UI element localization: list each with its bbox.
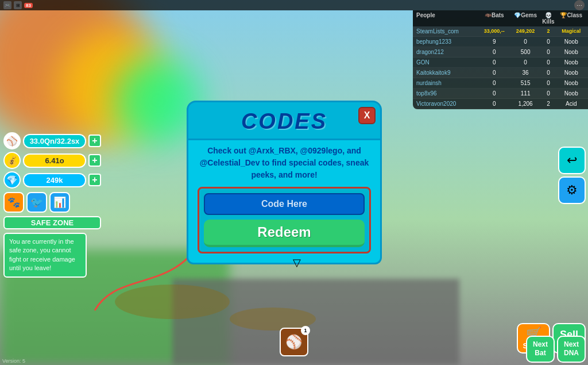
next-dna-button[interactable]: NextDNA: [557, 336, 586, 363]
back-button[interactable]: ↩: [558, 147, 586, 174]
diamond-icon: 💎: [3, 171, 21, 189]
lb-cell-6-4: Noob: [558, 90, 585, 97]
redeem-button[interactable]: Redeem: [204, 220, 365, 247]
left-stats-panel: ⚾ 33.0Qn/32.2sx + 💰 6.41o + 💎 249k + 🐾 🐦…: [3, 132, 101, 278]
lb-cell-4-1: 0: [478, 70, 511, 76]
bat-count-badge: 1: [301, 326, 310, 335]
table-row: Victoravon202001,2062Acid: [413, 99, 588, 109]
lb-cell-4-4: Noob: [558, 70, 585, 76]
leaderboard-panel: People🦇Bats💎Gems💀Kills🏆Class SteamLists_…: [413, 10, 588, 109]
right-action-buttons: ↩ ⚙: [558, 147, 586, 204]
lb-cell-0-4: Magical: [558, 28, 585, 34]
top-bar: 🎮 ⊞ 83 ⋯: [0, 0, 588, 10]
lb-cell-4-3: 0: [540, 70, 556, 76]
redeem-area: Redeem: [198, 187, 371, 253]
action-buttons-row: 🐾 🐦 📊: [3, 192, 101, 213]
lb-cell-0-2: 249,202: [512, 28, 539, 34]
table-row: bephung1233900Noob: [413, 37, 588, 47]
lb-cell-3-0: GON: [416, 59, 477, 66]
bat-icon-image[interactable]: ⚾ 1: [280, 328, 308, 356]
lb-col-header-1: 🦇Bats: [478, 12, 511, 25]
lb-cell-4-0: Kaitokkaitok9: [416, 70, 477, 76]
leaderboard-header: People🦇Bats💎Gems💀Kills🏆Class: [413, 10, 588, 26]
table-row: nurdainsh05150Noob: [413, 78, 588, 89]
table-row: dragon21205000Noob: [413, 47, 588, 57]
diamond-stat-row: 💎 249k +: [3, 171, 101, 189]
next-bat-button[interactable]: NextBat: [526, 336, 555, 363]
more-options-icon[interactable]: ⋯: [574, 0, 585, 10]
modal-close-button[interactable]: X: [358, 107, 376, 124]
baseball-icon: ⚾: [3, 132, 21, 149]
baseball-stat-row: ⚾ 33.0Qn/32.2sx +: [3, 132, 101, 149]
lb-cell-6-3: 0: [540, 90, 556, 97]
settings-button[interactable]: ⚙: [558, 176, 586, 204]
lb-cell-1-1: 9: [478, 39, 511, 45]
coin-stat-row: 💰 6.41o +: [3, 152, 101, 169]
lb-cell-0-1: 33,000,--: [478, 28, 511, 34]
lb-cell-3-3: 0: [540, 59, 556, 66]
table-row: GON000Noob: [413, 57, 588, 68]
lb-cell-1-2: 0: [512, 39, 539, 45]
lb-cell-7-3: 2: [540, 101, 556, 107]
bottom-nav-buttons: NextBat NextDNA: [526, 336, 586, 363]
lb-cell-2-4: Noob: [558, 49, 585, 55]
lb-cell-3-4: Noob: [558, 59, 585, 66]
lb-cell-2-0: dragon212: [416, 49, 477, 55]
lb-cell-5-0: nurdainsh: [416, 80, 477, 86]
lb-cell-0-3: 2: [540, 28, 556, 34]
lb-col-header-0: People: [416, 12, 477, 25]
leaderboard-table: People🦇Bats💎Gems💀Kills🏆Class SteamLists_…: [413, 10, 588, 109]
lb-cell-4-2: 36: [512, 70, 539, 76]
table-row: top8x9601110Noob: [413, 89, 588, 99]
lb-cell-0-0: SteamLists_com: [416, 28, 477, 34]
code-input[interactable]: [204, 193, 365, 215]
coin-stat-label: 6.41o: [23, 153, 86, 168]
home-icon[interactable]: ⊞: [14, 1, 22, 9]
modal-body: Check out @Arxk_RBX, @0929lego, and @Cel…: [187, 140, 382, 264]
lb-cell-5-3: 0: [540, 80, 556, 86]
notification-badge: 83: [24, 3, 33, 8]
pets-button[interactable]: 🐾: [3, 192, 24, 213]
lb-cell-7-0: Victoravon2020: [416, 101, 477, 107]
lb-cell-3-1: 0: [478, 59, 511, 66]
coin-icon: 💰: [3, 152, 21, 169]
safe-zone-text: You are currently in the safe zone, you …: [3, 233, 87, 278]
codes-modal: CODES X Check out @Arxk_RBX, @0929lego, …: [187, 101, 382, 264]
lb-cell-6-2: 111: [512, 90, 539, 97]
table-row: SteamLists_com33,000,--249,2022Magical: [413, 26, 588, 37]
lb-cell-2-1: 0: [478, 49, 511, 55]
table-row: Kaitokkaitok90360Noob: [413, 68, 588, 78]
lb-cell-5-4: Noob: [558, 80, 585, 86]
coin-plus-button[interactable]: +: [88, 154, 101, 167]
modal-title: CODES: [198, 109, 371, 134]
safe-zone-banner: SAFE ZONE: [3, 216, 101, 229]
lb-cell-2-3: 0: [540, 49, 556, 55]
baseball-stat-label: 33.0Qn/32.2sx: [23, 134, 86, 148]
stats-chart-button[interactable]: 📊: [49, 192, 70, 213]
lb-cell-5-2: 515: [512, 80, 539, 86]
diamond-stat-label: 249k: [23, 173, 86, 187]
diamond-plus-button[interactable]: +: [88, 174, 101, 186]
modal-description: Check out @Arxk_RBX, @0929lego, and @Cel…: [198, 145, 371, 181]
lb-cell-2-2: 500: [512, 49, 539, 55]
bat-icon-container: ⚾ 1: [280, 328, 308, 356]
lb-cell-3-2: 0: [512, 59, 539, 66]
lb-cell-7-1: 0: [478, 101, 511, 107]
lb-col-header-4: 🏆Class: [558, 12, 585, 25]
lb-cell-5-1: 0: [478, 80, 511, 86]
lb-cell-6-0: top8x96: [416, 90, 477, 97]
lb-cell-1-0: bephung1233: [416, 39, 477, 45]
modal-header: CODES X: [187, 101, 382, 140]
lb-cell-1-3: 0: [540, 39, 556, 45]
lb-cell-6-1: 0: [478, 90, 511, 97]
version-text: Version: 5: [2, 358, 25, 364]
lb-col-header-2: 💎Gems: [512, 12, 539, 25]
lb-col-header-3: 💀Kills: [540, 12, 556, 25]
baseball-plus-button[interactable]: +: [88, 135, 101, 147]
lb-cell-1-4: Noob: [558, 39, 585, 45]
lb-cell-7-4: Acid: [558, 101, 585, 107]
game-icon: 🎮: [3, 1, 11, 9]
lb-cell-7-2: 1,206: [512, 101, 539, 107]
twitter-button[interactable]: 🐦: [26, 192, 47, 213]
